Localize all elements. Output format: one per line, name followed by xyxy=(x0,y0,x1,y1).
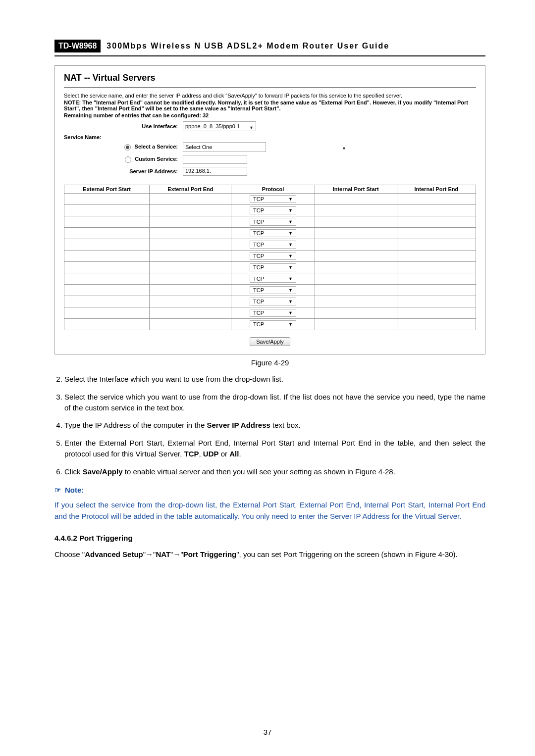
instructions-list: Select the Interface which you want to u… xyxy=(64,374,485,477)
ext-end-cell[interactable] xyxy=(150,194,231,205)
ext-start-cell[interactable] xyxy=(64,205,150,216)
chevron-down-icon: ▼ xyxy=(342,145,346,152)
protocol-cell: TCP▼ xyxy=(231,216,315,228)
ext-start-cell[interactable] xyxy=(64,307,150,319)
select-service-row: Select a Service: xyxy=(64,144,183,151)
divider xyxy=(64,87,476,88)
int-end-cell[interactable] xyxy=(397,228,476,239)
int-end-cell[interactable] xyxy=(397,319,476,330)
int-start-cell[interactable] xyxy=(315,307,397,319)
table-row: TCP▼ xyxy=(64,285,476,296)
use-interface-select[interactable]: pppoe_0_8_35/ppp0.1 ▼ xyxy=(183,121,256,131)
header-divider xyxy=(54,55,485,56)
chevron-down-icon: ▼ xyxy=(288,276,293,281)
table-row: TCP▼ xyxy=(64,319,476,330)
figure-caption: Figure 4-29 xyxy=(54,358,485,367)
int-end-cell[interactable] xyxy=(397,262,476,273)
col-int-start: Internal Port Start xyxy=(315,185,397,194)
protocol-select[interactable]: TCP▼ xyxy=(250,275,296,283)
ext-end-cell[interactable] xyxy=(150,262,231,273)
chevron-down-icon: ▼ xyxy=(288,197,293,202)
int-start-cell[interactable] xyxy=(315,319,397,330)
ext-end-cell[interactable] xyxy=(150,307,231,319)
protocol-select[interactable]: TCP▼ xyxy=(250,206,296,214)
table-row: TCP▼ xyxy=(64,239,476,251)
protocol-select[interactable]: TCP▼ xyxy=(250,263,296,271)
custom-service-radio[interactable] xyxy=(125,156,131,163)
int-start-cell[interactable] xyxy=(315,216,397,228)
int-start-cell[interactable] xyxy=(315,296,397,307)
int-start-cell[interactable] xyxy=(315,273,397,285)
ext-start-cell[interactable] xyxy=(64,251,150,262)
table-row: TCP▼ xyxy=(64,296,476,307)
ext-end-cell[interactable] xyxy=(150,296,231,307)
chevron-down-icon: ▼ xyxy=(288,265,293,270)
int-start-cell[interactable] xyxy=(315,228,397,239)
protocol-select[interactable]: TCP▼ xyxy=(250,320,296,328)
ext-end-cell[interactable] xyxy=(150,285,231,296)
protocol-cell: TCP▼ xyxy=(231,251,315,262)
table-row: TCP▼ xyxy=(64,216,476,228)
int-start-cell[interactable] xyxy=(315,205,397,216)
ext-start-cell[interactable] xyxy=(64,296,150,307)
int-end-cell[interactable] xyxy=(397,216,476,228)
int-end-cell[interactable] xyxy=(397,285,476,296)
int-start-cell[interactable] xyxy=(315,251,397,262)
ext-end-cell[interactable] xyxy=(150,319,231,330)
protocol-cell: TCP▼ xyxy=(231,205,315,216)
ext-end-cell[interactable] xyxy=(150,205,231,216)
int-end-cell[interactable] xyxy=(397,239,476,251)
protocol-select[interactable]: TCP▼ xyxy=(250,241,296,249)
select-service-label: Select a Service: xyxy=(135,144,178,150)
int-end-cell[interactable] xyxy=(397,296,476,307)
chevron-down-icon: ▼ xyxy=(288,299,293,304)
select-service-dropdown[interactable]: Select One ▼ xyxy=(183,142,266,152)
protocol-cell: TCP▼ xyxy=(231,239,315,251)
int-end-cell[interactable] xyxy=(397,307,476,319)
int-end-cell[interactable] xyxy=(397,251,476,262)
chevron-down-icon: ▼ xyxy=(288,253,293,258)
int-end-cell[interactable] xyxy=(397,194,476,205)
protocol-select[interactable]: TCP▼ xyxy=(250,229,296,237)
protocol-cell: TCP▼ xyxy=(231,273,315,285)
int-end-cell[interactable] xyxy=(397,273,476,285)
section-heading: 4.4.6.2 Port Triggering xyxy=(54,534,485,542)
ext-start-cell[interactable] xyxy=(64,319,150,330)
ext-end-cell[interactable] xyxy=(150,216,231,228)
ext-start-cell[interactable] xyxy=(64,216,150,228)
select-service-radio[interactable] xyxy=(124,144,131,151)
save-apply-button[interactable]: Save/Apply xyxy=(250,337,290,346)
instruction-3: Select the service which you want to use… xyxy=(64,392,485,413)
table-row: TCP▼ xyxy=(64,307,476,319)
ext-start-cell[interactable] xyxy=(64,194,150,205)
header-model: TD-W8968 xyxy=(54,40,101,52)
ext-end-cell[interactable] xyxy=(150,239,231,251)
ext-end-cell[interactable] xyxy=(150,228,231,239)
int-start-cell[interactable] xyxy=(315,194,397,205)
protocol-select[interactable]: TCP▼ xyxy=(250,298,296,305)
ext-start-cell[interactable] xyxy=(64,273,150,285)
protocol-select[interactable]: TCP▼ xyxy=(250,218,296,226)
protocol-cell: TCP▼ xyxy=(231,262,315,273)
int-end-cell[interactable] xyxy=(397,205,476,216)
protocol-select[interactable]: TCP▼ xyxy=(250,309,296,317)
use-interface-value: pppoe_0_8_35/ppp0.1 xyxy=(185,123,240,129)
ext-start-cell[interactable] xyxy=(64,262,150,273)
ext-start-cell[interactable] xyxy=(64,239,150,251)
protocol-select[interactable]: TCP▼ xyxy=(250,252,296,260)
chevron-down-icon: ▼ xyxy=(288,288,293,293)
instruction-4: Type the IP Address of the computer in t… xyxy=(64,420,485,431)
ext-end-cell[interactable] xyxy=(150,273,231,285)
ext-start-cell[interactable] xyxy=(64,285,150,296)
protocol-select[interactable]: TCP▼ xyxy=(250,286,296,294)
ext-start-cell[interactable] xyxy=(64,228,150,239)
int-start-cell[interactable] xyxy=(315,262,397,273)
int-start-cell[interactable] xyxy=(315,239,397,251)
page-number: 37 xyxy=(264,728,272,736)
server-ip-input[interactable]: 192.168.1. xyxy=(183,167,247,176)
custom-service-input[interactable] xyxy=(183,155,247,164)
ext-end-cell[interactable] xyxy=(150,251,231,262)
note-body: If you select the service from the drop-… xyxy=(54,500,485,522)
protocol-select[interactable]: TCP▼ xyxy=(250,195,296,203)
int-start-cell[interactable] xyxy=(315,285,397,296)
